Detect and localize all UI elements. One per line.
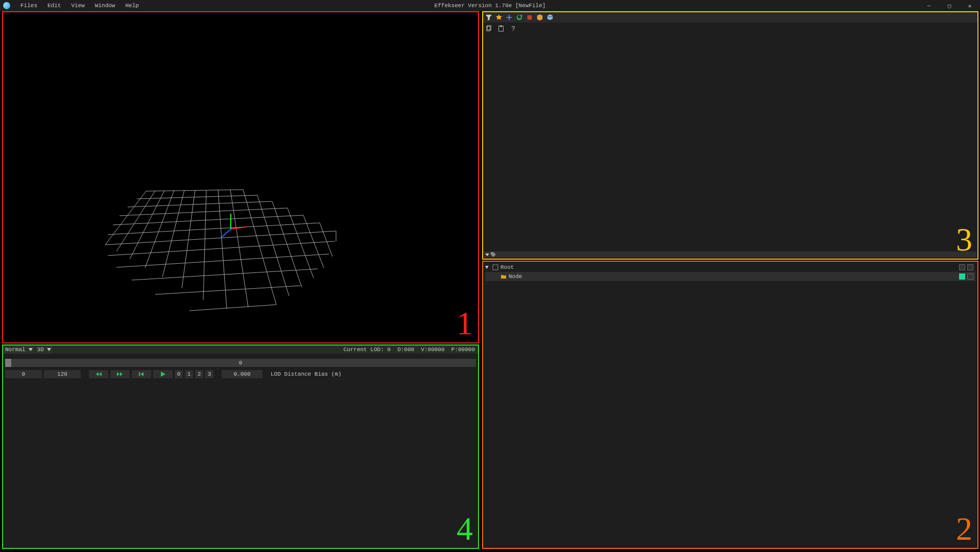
timeline-thumb[interactable] <box>5 359 11 367</box>
help-icon[interactable]: ? <box>509 24 518 33</box>
package-icon[interactable] <box>535 13 544 22</box>
panel-number-1: 1 <box>457 305 473 342</box>
timeline-panel: Normal 3D Current LOD: 0 D:000 V:00000 P… <box>2 344 479 549</box>
svg-rect-31 <box>528 15 532 20</box>
svg-line-19 <box>218 190 227 309</box>
menu-view[interactable]: View <box>66 1 89 11</box>
lod-bias-label: LOD Distance Bias (m) <box>271 371 342 377</box>
nodetree-panel: ▼ Root Node 2 <box>482 261 978 549</box>
visibility-toggle[interactable] <box>959 264 965 270</box>
app-icon <box>3 2 10 9</box>
svg-line-5 <box>108 223 320 235</box>
view-dropdown[interactable]: 3D <box>35 346 54 354</box>
node-tree: ▼ Root Node <box>483 262 977 282</box>
chevron-down-icon <box>47 348 51 351</box>
timeline-status: Current LOD: 0 D:000 V:00000 P:00000 <box>323 340 478 359</box>
menu-edit[interactable]: Edit <box>42 1 66 11</box>
panel-number-3: 3 <box>956 221 972 259</box>
svg-rect-35 <box>500 26 502 27</box>
tree-row-root[interactable]: ▼ Root <box>485 263 975 272</box>
inspector-toolbar <box>483 12 977 22</box>
timeline-center-label: 0 <box>239 360 243 366</box>
window-controls: — ▢ ✕ <box>919 0 980 11</box>
record-icon[interactable] <box>525 13 534 22</box>
fastforward-button[interactable] <box>110 370 130 378</box>
node-label: Node <box>509 273 522 280</box>
chevron-down-icon <box>29 348 33 351</box>
svg-line-11 <box>189 305 276 311</box>
svg-line-26 <box>320 223 332 257</box>
rewind-button[interactable] <box>89 370 108 378</box>
collapse-icon[interactable] <box>484 251 490 258</box>
step-back-button[interactable] <box>132 370 151 378</box>
root-icon <box>492 264 498 270</box>
window-title: Effekseer Version 1.70e [NewFile] <box>435 3 546 9</box>
timeline-controls: 0 120 0 1 2 3 0.000 LOD Distance Bias (m… <box>3 367 478 381</box>
cube-icon[interactable] <box>545 13 555 22</box>
menubar: Files Edit View Window Help <box>15 1 144 11</box>
svg-line-15 <box>145 190 174 268</box>
tree-row-node[interactable]: Node <box>485 272 975 281</box>
svg-line-6 <box>105 231 336 245</box>
menu-window[interactable]: Window <box>90 1 121 11</box>
inspector-toolbar-2: ? <box>483 24 977 34</box>
viewport-panel[interactable]: 1 <box>2 11 479 343</box>
frame-end-input[interactable]: 120 <box>44 370 81 378</box>
svg-line-30 <box>222 229 231 237</box>
svg-line-1 <box>137 195 257 199</box>
svg-rect-37 <box>493 265 498 270</box>
mode-dropdown[interactable]: Normal <box>3 346 35 354</box>
inspector-bottombar <box>484 251 976 258</box>
lod-0-button[interactable]: 0 <box>175 370 183 378</box>
titlebar: Files Edit View Window Help Effekseer Ve… <box>0 0 980 11</box>
panel-number-2: 2 <box>956 510 972 548</box>
menu-help[interactable]: Help <box>120 1 144 11</box>
svg-line-14 <box>130 191 164 259</box>
mode-dropdown-label: Normal <box>5 347 26 353</box>
grid-3d <box>3 12 478 342</box>
inspector-panel: ? 3 <box>482 11 978 260</box>
svg-line-10 <box>155 286 300 294</box>
maximize-button[interactable]: ▢ <box>939 0 960 11</box>
svg-rect-38 <box>139 372 140 376</box>
frame-start-input[interactable]: 0 <box>5 370 42 378</box>
svg-line-4 <box>113 215 303 225</box>
lock-toggle[interactable] <box>967 264 973 270</box>
tag-icon[interactable] <box>490 251 496 258</box>
lod-1-button[interactable]: 1 <box>185 370 193 378</box>
lod-2-button[interactable]: 2 <box>195 370 203 378</box>
play-button[interactable] <box>153 370 173 378</box>
svg-line-23 <box>272 201 302 287</box>
svg-line-0 <box>146 190 243 191</box>
expand-arrow-icon[interactable]: ▼ <box>485 264 490 270</box>
minimize-button[interactable]: — <box>919 0 939 11</box>
copy-icon[interactable] <box>484 24 493 33</box>
close-button[interactable]: ✕ <box>960 0 980 11</box>
svg-text:?: ? <box>512 26 515 32</box>
refresh-icon[interactable] <box>515 13 524 22</box>
paste-icon[interactable] <box>496 24 506 33</box>
lod-3-button[interactable]: 3 <box>205 370 213 378</box>
menu-files[interactable]: Files <box>15 1 42 11</box>
lock-toggle[interactable] <box>967 273 973 280</box>
favorite-icon[interactable] <box>494 13 504 22</box>
add-icon[interactable] <box>505 13 514 22</box>
lod-bias-input[interactable]: 0.000 <box>222 370 262 378</box>
root-label: Root <box>500 264 514 270</box>
folder-icon <box>500 273 507 280</box>
svg-line-21 <box>243 190 276 305</box>
visibility-toggle[interactable] <box>959 273 965 280</box>
svg-line-2 <box>128 201 272 207</box>
svg-line-18 <box>203 190 206 300</box>
timeline-track[interactable]: 0 <box>5 359 476 367</box>
timeline-topbar: Normal 3D Current LOD: 0 D:000 V:00000 P… <box>3 346 478 354</box>
filter-icon[interactable] <box>484 13 493 22</box>
panel-number-4: 4 <box>457 510 473 548</box>
view-dropdown-label: 3D <box>37 347 44 353</box>
svg-line-3 <box>119 208 288 216</box>
